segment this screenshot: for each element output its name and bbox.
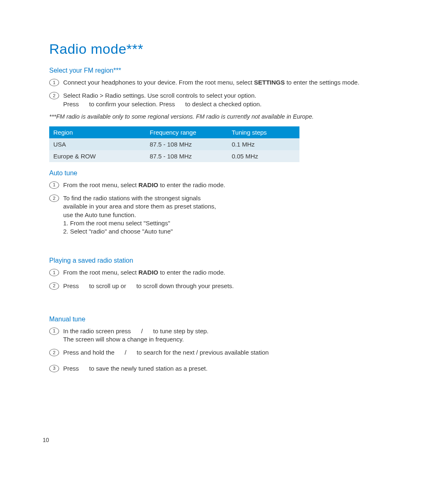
step-number-icon: 1 [49,79,59,86]
step-text: From the root menu, select RADIO to ente… [63,181,394,189]
page-title: Radio mode*** [49,41,394,57]
fm-region-step-2: 2 Select Radio > Radio settings. Use scr… [49,92,394,108]
fm-availability-note: ***FM radio is available only to some re… [49,113,394,120]
step-number-icon: 1 [49,269,59,276]
auto-tune-step-2: 2 To find the radio stations with the st… [49,194,394,236]
step-number-icon: 2 [49,349,59,356]
th-region: Region [49,126,146,138]
step-text: From the root menu, select RADIO to ente… [63,268,394,277]
step-number-icon: 1 [49,181,59,189]
table-row: Europe & ROW 87.5 - 108 MHz 0.05 MHz [49,150,299,162]
table-header-row: Region Frequency range Tuning steps [49,126,299,138]
step-text: Press to save the newly tuned station as… [63,364,394,373]
step-number-icon: 1 [49,328,59,335]
step-text: Connect your headphones to your device. … [63,78,394,87]
th-frequency: Frequency range [146,126,228,138]
section-heading-manual: Manual tune [49,316,394,323]
step-number-icon: 2 [49,195,59,202]
fm-region-step-1: 1 Connect your headphones to your device… [49,78,394,87]
step-number-icon: 2 [49,282,59,290]
auto-tune-steps: 1 From the root menu, select RADIO to en… [49,181,394,236]
step-text: Press and hold the / to search for the n… [63,348,394,357]
section-heading-auto-tune: Auto tune [49,170,394,177]
playing-step-2: 2 Press to scroll up or to scroll down t… [49,282,394,290]
step-number-icon: 2 [49,92,59,99]
section-heading-fm-region: Select your FM region*** [49,67,394,74]
auto-tune-step-1: 1 From the root menu, select RADIO to en… [49,181,394,189]
manual-step-2: 2 Press and hold the / to search for the… [49,348,394,357]
manual-step-3: 3 Press to save the newly tuned station … [49,364,394,373]
step-text: Press to scroll up or to scroll down thr… [63,282,394,290]
step-text: To find the radio stations with the stro… [63,194,394,236]
step-text: In the radio screen press / to tune step… [63,327,394,344]
playing-step-1: 1 From the root menu, select RADIO to en… [49,268,394,277]
section-heading-playing: Playing a saved radio station [49,257,394,264]
step-number-icon: 3 [49,365,59,372]
playing-steps: 1 From the root menu, select RADIO to en… [49,268,394,290]
th-tuning: Tuning steps [228,126,299,138]
fm-region-steps: 1 Connect your headphones to your device… [49,78,394,108]
table-row: USA 87.5 - 108 MHz 0.1 MHz [49,138,299,150]
step-text: Select Radio > Radio settings. Use scrol… [63,92,394,108]
manual-step-1: 1 In the radio screen press / to tune st… [49,327,394,344]
manual-steps: 1 In the radio screen press / to tune st… [49,327,394,373]
page-number: 10 [43,437,49,443]
frequency-table: Region Frequency range Tuning steps USA … [49,126,299,162]
manual-page: Radio mode*** Select your FM region*** 1… [0,0,443,504]
